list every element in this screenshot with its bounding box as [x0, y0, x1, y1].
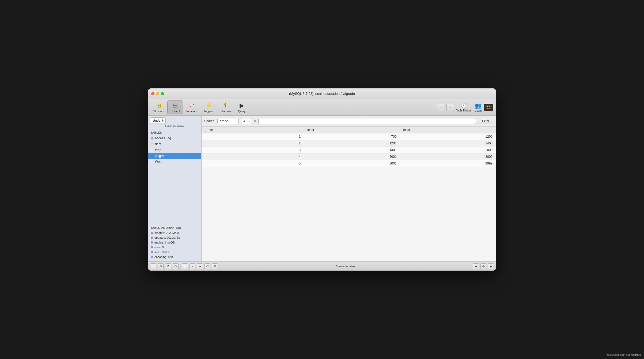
- minimize-button[interactable]: [156, 92, 159, 95]
- nav-prev-button[interactable]: ◀: [473, 263, 479, 269]
- table-item-access_log[interactable]: ⊞ access_log: [148, 135, 201, 141]
- query-button[interactable]: ▶ Query: [234, 100, 250, 114]
- data-table: grade losal hisal 1700120021201140031401…: [202, 127, 496, 167]
- content-label: Content: [171, 110, 180, 113]
- table-cell: 1201: [304, 140, 400, 147]
- bottom-bar: + ⚙ ↺ ⧉ + − ⇥ ↺ ⧉ 5 rows in table ◀ ⚙ ▶: [148, 261, 496, 271]
- copy-button[interactable]: ⧉: [173, 263, 179, 269]
- info-dot-icon: [151, 251, 153, 253]
- table-history-button[interactable]: 🕐 Table History: [456, 103, 472, 112]
- info-dot-icon: [151, 256, 153, 258]
- table-cell: 1401: [304, 147, 400, 154]
- nav-next-button[interactable]: ▶: [488, 263, 494, 269]
- structure-button[interactable]: ⊞ Structure: [151, 100, 167, 114]
- separator: [180, 264, 180, 269]
- bottom-right: ◀ ⚙ ▶: [473, 263, 494, 269]
- url-bar: https://blog.csdn.net/WxqHUT: [606, 353, 641, 356]
- app-window: (MySQL 5.7.23) localhost/student/salgrad…: [148, 88, 496, 271]
- table-row[interactable]: 212011400: [202, 140, 496, 147]
- table-cell: 3001: [304, 160, 400, 167]
- table-cell: 5: [202, 160, 304, 167]
- expand-button[interactable]: ⇥: [197, 263, 203, 269]
- search-field-select[interactable]: grade losal hisal: [217, 118, 239, 124]
- col-header-grade: grade: [202, 127, 304, 133]
- info-size: size: 16.0 KiB: [148, 250, 201, 255]
- database-select[interactable]: student: [150, 117, 166, 124]
- table-item-emp[interactable]: ⊞ emp: [148, 147, 201, 153]
- nav-forward-button[interactable]: ›: [446, 104, 454, 111]
- table-item-dept[interactable]: ⊞ dept: [148, 141, 201, 147]
- content-button[interactable]: ⊟ Content: [167, 100, 183, 114]
- spread-button[interactable]: −: [190, 263, 195, 269]
- triggers-button[interactable]: ⚡ Triggers: [200, 100, 217, 114]
- nav-back-button[interactable]: ‹: [437, 104, 444, 111]
- row-count-status: 5 rows in table: [331, 265, 360, 268]
- table-grid-icon-selected: ⊞: [151, 154, 153, 158]
- tableinfo-label: Table Info: [219, 110, 231, 113]
- table-cell: 2: [202, 140, 304, 147]
- table-row[interactable]: 17001200: [202, 133, 496, 140]
- table-name-web: Web: [155, 160, 161, 164]
- users-label: Users: [475, 109, 482, 112]
- table-item-web[interactable]: ⊞ Web: [148, 159, 201, 165]
- window-title: (MySQL 5.7.23) localhost/student/salgrad…: [289, 92, 355, 96]
- info-size-label: size: 16.0 KiB: [154, 250, 172, 254]
- console-top-text: conso: [485, 105, 492, 107]
- info-rows-label: rows: 5: [154, 246, 164, 249]
- table-copy-button[interactable]: ⧉: [212, 263, 218, 269]
- table-item-salgrade[interactable]: ⊞ salgrade: [148, 153, 201, 159]
- info-dot-icon: [151, 232, 153, 234]
- sidebar: student ⌄ Select Database TABLES ⊞ acces…: [148, 116, 202, 261]
- info-dot-icon: [151, 237, 153, 239]
- tableinfo-icon: ℹ: [224, 102, 226, 109]
- tables-heading: TABLES: [148, 129, 201, 135]
- search-input[interactable]: [258, 118, 476, 124]
- info-rows: rows: 5: [148, 245, 201, 250]
- refresh-button[interactable]: ↺: [165, 263, 171, 269]
- table-grid-icon: ⊞: [151, 142, 153, 146]
- table-cell: 4: [202, 154, 304, 160]
- main-area: student ⌄ Select Database TABLES ⊞ acces…: [148, 116, 496, 261]
- table-row[interactable]: 314012000: [202, 147, 496, 154]
- info-created: created: 2020/3/28: [148, 230, 201, 235]
- table-row[interactable]: 420013000: [202, 154, 496, 160]
- bottom-settings-button[interactable]: ⚙: [480, 263, 486, 269]
- table-name-access_log: access_log: [155, 136, 171, 140]
- relations-icon: ⇌: [190, 102, 194, 109]
- info-updated-label: updated: 2020/3/28: [154, 236, 180, 239]
- bottom-left: + ⚙ ↺ ⧉ + − ⇥ ↺ ⧉: [150, 263, 218, 269]
- users-button[interactable]: 👥 Users: [475, 102, 482, 112]
- relations-label: Relations: [186, 110, 198, 113]
- search-dot-icon: [254, 120, 256, 122]
- db-select-wrapper: student ⌄: [150, 117, 166, 124]
- table-cell: 700: [304, 133, 400, 140]
- reload-button[interactable]: ↺: [204, 263, 210, 269]
- search-op-select[interactable]: = != < >: [241, 118, 252, 124]
- info-dot-icon: [151, 246, 153, 248]
- relations-button[interactable]: ⇌ Relations: [184, 100, 200, 114]
- settings-button[interactable]: ⚙: [158, 263, 164, 269]
- info-updated: updated: 2020/3/28: [148, 235, 201, 240]
- toolbar-left: ⊞ Structure ⊟ Content ⇌ Relations ⚡ Trig…: [151, 100, 250, 114]
- close-button[interactable]: [151, 92, 154, 95]
- add-row-button[interactable]: +: [150, 263, 156, 269]
- table-grid-icon: ⊞: [151, 148, 153, 152]
- triggers-icon: ⚡: [205, 102, 212, 109]
- table-row[interactable]: 530019999: [202, 160, 496, 167]
- maximize-button[interactable]: [161, 92, 164, 95]
- table-cell: 3000: [400, 154, 496, 160]
- select-db-label: Select Database: [150, 124, 199, 127]
- info-engine: engine: InnoDB: [148, 240, 201, 245]
- remove-row-button[interactable]: +: [182, 263, 188, 269]
- table-cell: 2000: [400, 147, 496, 154]
- table-cell: 9999: [400, 160, 496, 167]
- filter-button[interactable]: Filter: [478, 118, 493, 124]
- toolbar: ⊞ Structure ⊟ Content ⇌ Relations ⚡ Trig…: [148, 99, 496, 116]
- info-encoding: encoding: utf8: [148, 255, 201, 259]
- table-info-button[interactable]: ℹ Table Info: [217, 100, 233, 114]
- table-name-salgrade: salgrade: [155, 154, 167, 158]
- table-cell: 2001: [304, 154, 400, 160]
- console-button[interactable]: conso le off: [484, 104, 493, 111]
- console-bot-text: le off: [486, 107, 491, 110]
- search-label: Search:: [204, 119, 215, 123]
